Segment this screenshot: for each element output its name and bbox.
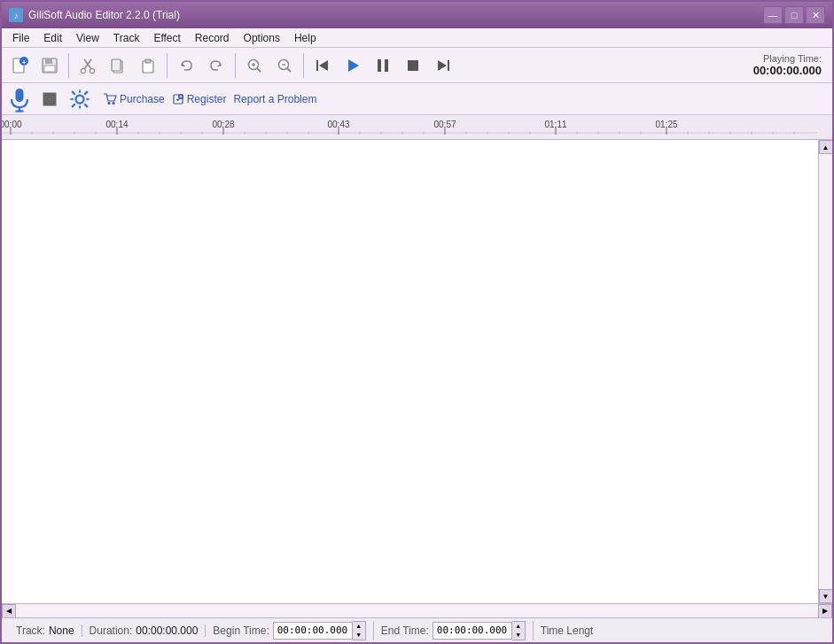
begin-time-input[interactable]: ▲ ▼ (273, 621, 366, 640)
begin-time-field: Begin Time: ▲ ▼ (206, 621, 373, 640)
end-time-input[interactable]: ▲ ▼ (433, 621, 526, 640)
playing-time-display: Playing Time: 00:00:00.000 (753, 53, 822, 77)
scroll-left-button[interactable]: ◀ (2, 604, 16, 618)
horizontal-scrollbar: ◀ ▶ (2, 603, 832, 617)
pause-button[interactable] (369, 51, 397, 80)
minimize-button[interactable]: — (763, 6, 783, 24)
svg-text:00:57: 00:57 (433, 120, 456, 129)
svg-line-19 (257, 68, 261, 72)
menu-record[interactable]: Record (188, 30, 237, 46)
menu-options[interactable]: Options (237, 30, 287, 46)
end-time-up[interactable]: ▲ (512, 622, 525, 631)
svg-rect-27 (385, 59, 388, 72)
scroll-right-button[interactable]: ▶ (818, 604, 832, 618)
new-button[interactable]: + (5, 51, 34, 80)
svg-text:+: + (22, 58, 27, 66)
separator-3 (235, 53, 236, 78)
track-area: ▲ ▼ (2, 140, 832, 603)
separator-2 (167, 53, 168, 78)
svg-rect-4 (45, 58, 52, 64)
record-button[interactable] (5, 86, 34, 113)
svg-text:00:43: 00:43 (327, 120, 349, 129)
play-button[interactable] (339, 51, 367, 80)
scroll-up-button[interactable]: ▲ (819, 140, 833, 154)
svg-point-37 (113, 102, 115, 105)
svg-rect-31 (16, 89, 24, 102)
end-time-spinner: ▲ ▼ (512, 621, 526, 640)
report-link[interactable]: Report a Problem (233, 93, 316, 105)
svg-marker-24 (319, 60, 328, 71)
svg-marker-30 (438, 60, 447, 71)
svg-point-9 (90, 68, 95, 73)
copy-button[interactable] (104, 51, 132, 80)
svg-rect-13 (145, 59, 151, 63)
duration-label: Duration: (90, 625, 133, 637)
svg-rect-11 (112, 59, 121, 71)
playing-time-label: Playing Time: (753, 53, 822, 64)
redo-button[interactable] (202, 51, 230, 80)
save-button[interactable] (35, 51, 64, 80)
purchase-link[interactable]: Purchase (103, 93, 165, 105)
app-icon: ♪ (9, 8, 23, 22)
cut-button[interactable] (74, 51, 102, 80)
zoom-in-button[interactable] (240, 51, 269, 80)
svg-point-8 (82, 68, 86, 73)
skip-start-button[interactable] (308, 51, 337, 80)
svg-rect-5 (44, 66, 55, 72)
close-button[interactable]: ✕ (806, 6, 825, 24)
title-bar-left: ♪ GiliSoft Audio Editor 2.2.0 (Trial) (9, 8, 180, 22)
svg-rect-34 (43, 92, 57, 105)
settings-button[interactable] (66, 86, 94, 113)
stop-record-button[interactable] (35, 86, 64, 113)
menu-track[interactable]: Track (106, 30, 147, 46)
svg-marker-25 (348, 59, 359, 72)
begin-time-down[interactable]: ▼ (353, 631, 365, 640)
track-label: Track: (16, 625, 45, 637)
secondary-toolbar: Purchase Register Report a Problem (2, 83, 832, 115)
undo-button[interactable] (172, 51, 200, 80)
duration-field: Duration: 00:00:00.000 (82, 625, 207, 637)
scroll-track-vertical[interactable] (819, 154, 832, 589)
separator-1 (68, 53, 69, 78)
duration-value: 00:00:00.000 (136, 625, 198, 637)
vertical-scrollbar: ▲ ▼ (818, 140, 832, 603)
menu-effect[interactable]: Effect (146, 30, 187, 46)
svg-point-35 (76, 95, 84, 103)
svg-point-36 (108, 102, 111, 105)
status-bar: Track: None Duration: 00:00:00.000 Begin… (2, 617, 832, 642)
end-time-text[interactable] (433, 622, 512, 640)
maximize-button[interactable]: □ (784, 6, 804, 24)
scroll-track-horizontal[interactable] (16, 604, 818, 617)
separator-4 (303, 53, 304, 78)
end-time-label: End Time: (381, 625, 429, 637)
scroll-down-button[interactable]: ▼ (819, 589, 833, 603)
svg-text:00:14: 00:14 (105, 120, 128, 129)
stop-button[interactable] (399, 51, 427, 80)
begin-time-spinner: ▲ ▼ (353, 621, 366, 640)
menu-edit[interactable]: Edit (36, 30, 69, 46)
end-time-down[interactable]: ▼ (512, 631, 525, 640)
begin-time-up[interactable]: ▲ (353, 622, 365, 631)
svg-rect-26 (378, 59, 381, 72)
paste-button[interactable] (134, 51, 162, 80)
menu-view[interactable]: View (69, 30, 106, 46)
svg-line-22 (287, 68, 291, 72)
svg-text:00:00: 00:00 (2, 120, 22, 129)
menu-bar: File Edit View Track Effect Record Optio… (2, 28, 832, 48)
ruler-canvas: 00:00 00:14 00:28 00:43 00:57 01:11 (2, 119, 832, 139)
time-length-label: Time Lengt (541, 625, 594, 637)
menu-help[interactable]: Help (287, 30, 323, 46)
begin-time-text[interactable] (273, 622, 353, 640)
track-value: None (49, 625, 74, 637)
svg-text:01:25: 01:25 (655, 120, 677, 129)
app-window: ♪ GiliSoft Audio Editor 2.2.0 (Trial) — … (0, 0, 834, 644)
promo-bar: Purchase Register Report a Problem (103, 93, 316, 105)
skip-end-button[interactable] (429, 51, 457, 80)
title-bar: ♪ GiliSoft Audio Editor 2.2.0 (Trial) — … (2, 2, 832, 28)
register-link[interactable]: Register (172, 93, 227, 105)
track-content (2, 140, 818, 603)
end-time-field: End Time: ▲ ▼ (374, 621, 534, 640)
timeline-ruler: 00:00 00:14 00:28 00:43 00:57 01:11 (2, 115, 832, 140)
menu-file[interactable]: File (5, 30, 36, 46)
zoom-out-button[interactable] (270, 51, 299, 80)
